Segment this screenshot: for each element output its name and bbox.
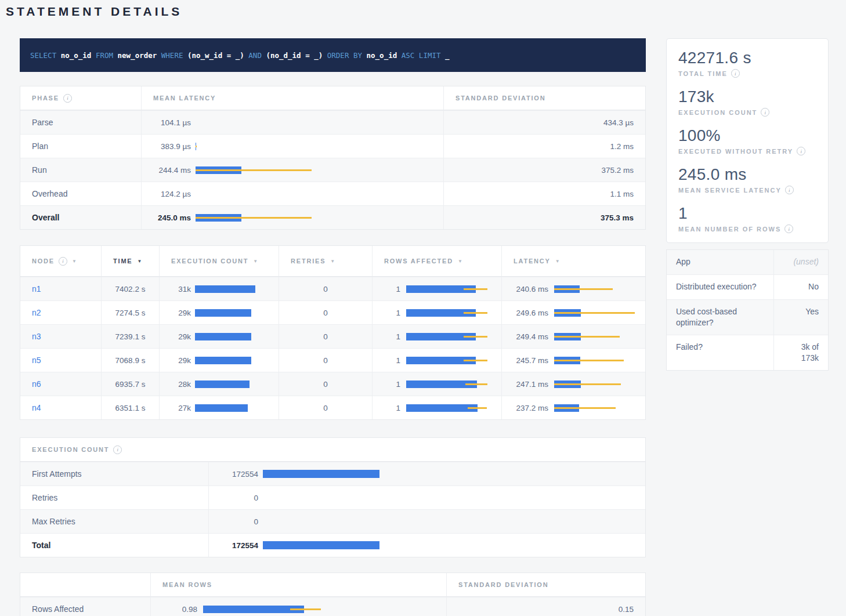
sort-arrow-icon: ▼: [555, 259, 560, 264]
node-column-header[interactable]: NODEi▼: [20, 246, 101, 276]
exec-count-bar: [263, 541, 382, 549]
stat-label: EXECUTED WITHOUT RETRYi: [678, 147, 816, 155]
info-icon[interactable]: i: [797, 147, 805, 155]
phase-row-parse: Parse 104.1 µs 434.3 µs: [20, 110, 645, 134]
mean-rows-column-header: MEAN ROWS: [150, 573, 446, 596]
std-dev-value: 0.15: [446, 597, 645, 616]
cost-based-optimizer-value: Yes: [773, 300, 828, 335]
phase-row-run: Run 244.4 ms 375.2 ms: [20, 158, 645, 182]
time-value: 6935.7 s: [101, 372, 159, 396]
execution-count-column-header[interactable]: EXECUTION COUNT▼: [159, 246, 279, 276]
latency-bar: [554, 381, 635, 388]
node-header-label: NODE: [32, 258, 55, 264]
latency-column-header[interactable]: LATENCY▼: [501, 246, 645, 276]
node-table-header: NODEi▼ TIME▼ EXECUTION COUNT▼ RETRIES▼ R…: [20, 246, 645, 277]
rows-affected-value: 1: [373, 380, 400, 389]
node-row-n2: n2 7274.5 s 29k 0 1 249.6 ms: [20, 300, 645, 324]
retries-column-header[interactable]: RETRIES▼: [279, 246, 372, 276]
distributed-execution-row: Distributed execution? No: [667, 274, 828, 299]
rows-affected-bar: [406, 357, 487, 364]
node-row-n1: n1 7402.2 s 31k 0 1 240.6 ms: [20, 277, 645, 300]
execution-count-header-label: EXECUTION COUNT: [32, 446, 109, 453]
stat-label-text: TOTAL TIME: [678, 70, 728, 77]
latency-value: 240.6 ms: [502, 285, 548, 293]
std-dev-value: 1.1 ms: [443, 182, 645, 205]
rows-affected-value: 1: [373, 332, 400, 341]
rows-affected-value: 1: [373, 356, 400, 365]
node-link[interactable]: n2: [32, 308, 41, 317]
sql-identifier: no_o_id: [367, 51, 402, 60]
sql-identifier: new_order: [118, 51, 161, 60]
summary-side-panel: 42271.6 s TOTAL TIMEi 173k EXECUTION COU…: [666, 38, 829, 371]
node-row-n5: n5 7068.9 s 29k 0 1 245.7 ms: [20, 348, 645, 372]
stat-label: EXECUTION COUNTi: [678, 108, 816, 117]
stat-mean-service-latency: 245.0 ms MEAN SERVICE LATENCYi: [678, 165, 816, 194]
rows-affected-table: MEAN ROWS STANDARD DEVIATION Rows Affect…: [20, 572, 646, 616]
mean-latency-cell: 104.1 µs: [141, 111, 443, 134]
retries-header-label: RETRIES: [291, 258, 326, 264]
stat-label-text: EXECUTED WITHOUT RETRY: [678, 148, 793, 155]
node-link[interactable]: n4: [32, 403, 41, 412]
sql-keyword: SELECT: [30, 51, 61, 60]
node-link[interactable]: n3: [32, 332, 41, 341]
node-link[interactable]: n1: [32, 284, 41, 293]
latency-bar: [554, 309, 635, 317]
stat-executed-without-retry: 100% EXECUTED WITHOUT RETRYi: [678, 126, 816, 155]
rows-affected-cell: 1: [372, 301, 501, 324]
stat-label-text: MEAN NUMBER OF ROWS: [678, 226, 781, 233]
rows-affected-bar: [406, 381, 487, 388]
rows-affected-bar: [406, 285, 487, 293]
time-value: 7402.2 s: [101, 277, 159, 300]
execution-count-cell: 31k: [159, 277, 279, 300]
mean-latency-value: 104.1 µs: [142, 118, 191, 127]
sort-arrow-icon: ▼: [253, 259, 258, 264]
main-content: SELECT no_o_id FROM new_order WHERE (no_…: [20, 38, 646, 616]
mean-latency-column-header: MEAN LATENCY: [141, 86, 443, 110]
sql-keyword: ASC LIMIT: [402, 51, 445, 60]
retries-value: 0: [279, 349, 372, 372]
node-link[interactable]: n6: [32, 379, 41, 389]
time-value: 7274.5 s: [101, 301, 159, 324]
app-label: App: [667, 250, 773, 274]
latency-value: 247.1 ms: [502, 380, 548, 389]
stat-label: MEAN SERVICE LATENCYi: [678, 186, 816, 194]
latency-bar: [196, 166, 312, 174]
latency-value: 249.6 ms: [502, 309, 548, 317]
node-row-n3: n3 7239.1 s 29k 0 1 249.4 ms: [20, 324, 645, 348]
execution-count-cell: 27k: [159, 396, 279, 419]
rows-affected-cell: 1: [372, 349, 501, 372]
sql-keyword: FROM: [96, 51, 118, 60]
sql-identifier: (no_w_id = _): [187, 51, 248, 60]
stat-value: 42271.6 s: [678, 48, 816, 67]
info-icon[interactable]: i: [731, 69, 740, 78]
rows-affected-bar: [406, 404, 487, 412]
rows-affected-column-header[interactable]: ROWS AFFECTED▼: [372, 246, 501, 276]
node-link[interactable]: n5: [32, 356, 41, 365]
phase-row-plan: Plan 383.9 µs 1.2 ms: [20, 134, 645, 158]
exec-count-value: 172554: [209, 470, 258, 479]
execution-count-cell: 28k: [159, 372, 279, 396]
latency-cell: 249.6 ms: [501, 301, 645, 324]
execution-count-header-label: EXECUTION COUNT: [171, 258, 248, 264]
info-icon[interactable]: i: [63, 94, 72, 103]
time-value: 7068.9 s: [101, 349, 159, 372]
rows-affected-header-label: ROWS AFFECTED: [384, 258, 453, 264]
info-icon[interactable]: i: [761, 108, 769, 117]
sort-arrow-icon: ▼: [72, 259, 77, 264]
stat-mean-number-of-rows: 1 MEAN NUMBER OF ROWSi: [678, 204, 816, 233]
info-icon[interactable]: i: [784, 224, 793, 233]
info-icon[interactable]: i: [113, 445, 122, 454]
mean-latency-cell: 383.9 µs: [141, 135, 443, 158]
distributed-execution-value: No: [773, 275, 828, 299]
std-dev-column-header: STANDARD DEVIATION: [443, 86, 645, 110]
latency-bar: [554, 333, 635, 340]
execution-count-value: 29k: [160, 356, 191, 365]
std-dev-value: 375.3 ms: [443, 206, 645, 229]
latency-cell: 245.7 ms: [501, 349, 645, 372]
latency-value: 249.4 ms: [502, 332, 548, 341]
phase-label: Overall: [20, 206, 141, 229]
info-icon[interactable]: i: [785, 186, 794, 194]
time-column-header[interactable]: TIME▼: [101, 246, 159, 276]
info-icon[interactable]: i: [59, 257, 67, 266]
rows-affected-value: 1: [373, 309, 400, 317]
